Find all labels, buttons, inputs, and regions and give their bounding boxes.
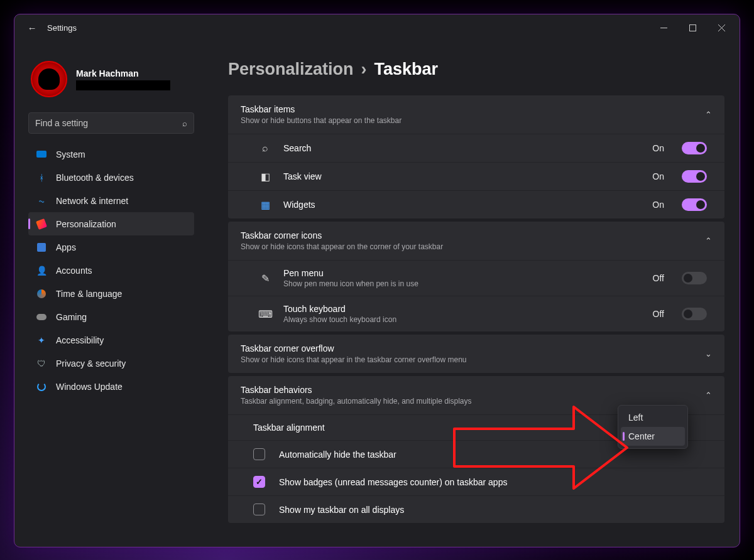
row-show-badges: Show badges (unread messages counter) on…	[228, 468, 724, 495]
toggle-pen-menu[interactable]	[682, 272, 707, 284]
row-all-displays: Show my taskbar on all displays	[228, 495, 724, 523]
system-icon	[36, 149, 47, 160]
titlebar: ← Settings	[14, 14, 740, 41]
settings-window: ← Settings Mark Hachman Find a setting ⌕…	[14, 14, 740, 547]
personalization-icon	[36, 218, 47, 230]
row-touch-keyboard: ⌨ Touch keyboard Always show touch keybo…	[228, 296, 724, 331]
row-taskview: ◧ Task view On	[228, 162, 724, 190]
toggle-touch-keyboard[interactable]	[682, 308, 707, 320]
sidebar-item-accounts[interactable]: 👤Accounts	[28, 259, 194, 282]
sidebar: Mark Hachman Find a setting ⌕ System ᚼBl…	[14, 41, 203, 547]
checkbox-auto-hide[interactable]	[253, 448, 265, 460]
sidebar-item-update[interactable]: Windows Update	[28, 375, 194, 398]
search-input[interactable]: Find a setting ⌕	[28, 112, 194, 134]
sidebar-item-privacy[interactable]: 🛡Privacy & security	[28, 352, 194, 375]
app-title: Settings	[47, 23, 77, 33]
accessibility-icon: ✦	[36, 335, 47, 346]
breadcrumb-separator: ›	[361, 60, 367, 79]
toggle-search[interactable]	[682, 142, 707, 154]
section-header-corner-icons[interactable]: Taskbar corner icons Show or hide icons …	[228, 222, 724, 260]
section-taskbar-items: Taskbar items Show or hide buttons that …	[228, 95, 724, 219]
nav: System ᚼBluetooth & devices ⏦Network & i…	[28, 143, 194, 398]
time-icon	[36, 288, 47, 299]
shield-icon: 🛡	[36, 358, 47, 369]
profile-email-redacted	[76, 80, 170, 90]
avatar	[31, 61, 67, 97]
toggle-taskview[interactable]	[682, 170, 707, 183]
checkbox-all-displays[interactable]	[253, 503, 265, 515]
breadcrumb-parent[interactable]: Personalization	[228, 60, 354, 79]
search-placeholder: Find a setting	[35, 118, 182, 128]
svg-rect-1	[689, 24, 696, 31]
section-header-corner-overflow[interactable]: Taskbar corner overflow Show or hide ico…	[228, 335, 724, 373]
sidebar-item-gaming[interactable]: Gaming	[28, 305, 194, 328]
sidebar-item-network[interactable]: ⏦Network & internet	[28, 189, 194, 212]
back-button[interactable]: ←	[23, 23, 41, 33]
update-icon	[36, 381, 47, 392]
toggle-widgets[interactable]	[682, 198, 707, 211]
sidebar-item-bluetooth[interactable]: ᚼBluetooth & devices	[28, 166, 194, 189]
minimize-button[interactable]	[649, 18, 678, 38]
widgets-icon: ▦	[258, 199, 272, 211]
alignment-dropdown[interactable]: Left Center	[618, 405, 688, 449]
main-content: Personalization › Taskbar Taskbar items …	[203, 41, 740, 547]
keyboard-icon: ⌨	[258, 308, 272, 320]
sidebar-item-accessibility[interactable]: ✦Accessibility	[28, 328, 194, 352]
row-search: ⌕ Search On	[228, 134, 724, 162]
accounts-icon: 👤	[36, 265, 47, 276]
chevron-down-icon: ⌄	[705, 349, 712, 358]
sidebar-item-system[interactable]: System	[28, 143, 194, 166]
profile-name: Mark Hachman	[76, 68, 170, 78]
section-header-taskbar-items[interactable]: Taskbar items Show or hide buttons that …	[228, 95, 724, 134]
alignment-option-center[interactable]: Center	[621, 427, 685, 446]
close-button[interactable]	[707, 18, 736, 38]
row-widgets: ▦ Widgets On	[228, 190, 724, 218]
chevron-up-icon: ⌃	[705, 390, 712, 400]
breadcrumb: Personalization › Taskbar	[228, 60, 724, 79]
apps-icon	[36, 242, 47, 253]
search-icon: ⌕	[182, 119, 187, 128]
chevron-up-icon: ⌃	[705, 110, 712, 119]
sidebar-item-time[interactable]: Time & language	[28, 282, 194, 305]
alignment-option-left[interactable]: Left	[621, 408, 685, 427]
bluetooth-icon: ᚼ	[36, 172, 47, 183]
checkbox-show-badges[interactable]	[253, 476, 265, 488]
maximize-button[interactable]	[678, 18, 707, 38]
section-corner-overflow: Taskbar corner overflow Show or hide ico…	[228, 335, 724, 374]
wifi-icon: ⏦	[36, 195, 47, 207]
row-pen-menu: ✎ Pen menu Show pen menu icon when pen i…	[228, 260, 724, 296]
pen-icon: ✎	[258, 272, 272, 284]
sidebar-item-apps[interactable]: Apps	[28, 235, 194, 259]
chevron-up-icon: ⌃	[705, 236, 712, 245]
gaming-icon	[36, 311, 47, 323]
profile[interactable]: Mark Hachman	[28, 56, 194, 112]
section-corner-icons: Taskbar corner icons Show or hide icons …	[228, 222, 724, 332]
sidebar-item-personalization[interactable]: Personalization	[28, 212, 194, 235]
breadcrumb-current: Taskbar	[374, 60, 439, 79]
search-row-icon: ⌕	[258, 143, 272, 154]
section-behaviors: Taskbar behaviors Taskbar alignment, bad…	[228, 376, 724, 524]
taskview-icon: ◧	[258, 171, 272, 183]
